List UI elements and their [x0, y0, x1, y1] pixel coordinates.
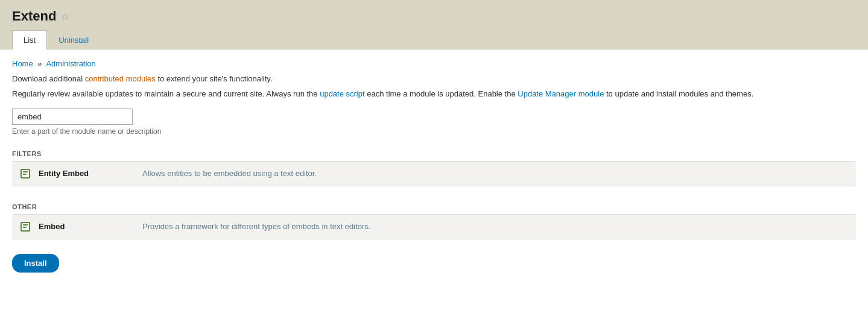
update-script-link[interactable]: update script [320, 89, 364, 98]
filter-hint: Enter a part of the module name or descr… [12, 127, 856, 136]
tab-list[interactable]: List [12, 30, 47, 49]
table-row: Entity Embed Allows entities to be embed… [12, 162, 856, 186]
page-title: Extend [12, 8, 56, 24]
module-name-embed: Embed [39, 222, 135, 231]
module-name-entity-embed: Entity Embed [39, 169, 135, 178]
section-spacer [12, 186, 856, 198]
breadcrumb-separator: » [37, 59, 42, 68]
page-wrapper: Extend ☆ List Uninstall Home » Administr… [0, 0, 868, 325]
update-manager-link[interactable]: Update Manager module [518, 89, 604, 98]
breadcrumb: Home » Administration [12, 59, 856, 68]
page-header: Extend ☆ [0, 0, 868, 30]
section-label-filters: FILTERS [12, 145, 856, 162]
svg-rect-2 [23, 171, 28, 172]
filter-input[interactable] [12, 109, 133, 125]
contributed-modules-link[interactable]: contributed modules [85, 74, 156, 83]
star-icon[interactable]: ☆ [61, 11, 69, 22]
module-desc-embed: Provides a framework for different types… [142, 222, 370, 231]
breadcrumb-admin[interactable]: Administration [46, 59, 95, 68]
svg-rect-3 [23, 174, 27, 175]
section-other: OTHER Embed Provides a framework for dif… [12, 198, 856, 239]
svg-rect-6 [23, 224, 28, 226]
section-filters: FILTERS Entity Embed Allows entities to … [12, 145, 856, 186]
svg-rect-7 [23, 227, 27, 228]
breadcrumb-home[interactable]: Home [12, 59, 33, 68]
module-icon-embed [19, 221, 31, 233]
module-icon-entity-embed [19, 168, 31, 180]
tab-uninstall[interactable]: Uninstall [47, 30, 100, 49]
filter-container: Enter a part of the module name or descr… [12, 109, 856, 136]
table-row: Embed Provides a framework for different… [12, 215, 856, 239]
section-label-other: OTHER [12, 198, 856, 215]
content-area: Home » Administration Download additiona… [0, 49, 868, 325]
info-line-2: Regularly review available updates to ma… [12, 88, 856, 100]
tabs-bar: List Uninstall [0, 30, 868, 49]
module-desc-entity-embed: Allows entities to be embedded using a t… [142, 169, 317, 178]
install-button[interactable]: Install [12, 254, 59, 273]
info-line-1: Download additional contributed modules … [12, 74, 856, 83]
